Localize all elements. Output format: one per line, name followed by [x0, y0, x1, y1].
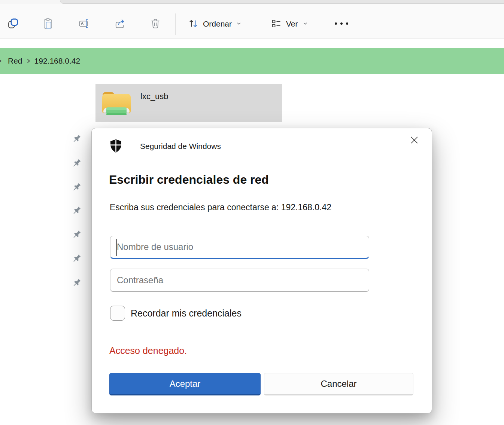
view-icon — [271, 18, 282, 30]
copy-icon — [7, 18, 19, 31]
remember-credentials-label: Recordar mis credenciales — [131, 308, 242, 319]
pin-icon[interactable] — [72, 206, 82, 216]
view-dropdown-button[interactable]: Ver — [266, 15, 313, 33]
pin-icon[interactable] — [72, 134, 82, 144]
rename-button[interactable] — [76, 16, 92, 32]
text-caret — [116, 239, 117, 256]
ok-button[interactable]: Aceptar — [109, 373, 261, 395]
pin-icon[interactable] — [72, 182, 82, 192]
file-name-label: lxc_usb — [140, 92, 168, 101]
error-message: Acceso denegado. — [109, 345, 187, 356]
folder-usb-icon — [100, 87, 133, 118]
chevron-down-icon — [236, 21, 242, 27]
share-icon — [114, 18, 126, 31]
close-icon — [409, 135, 419, 146]
close-button[interactable] — [406, 132, 423, 149]
share-button[interactable] — [112, 16, 128, 32]
paste-icon — [42, 18, 54, 31]
sort-dropdown-button[interactable]: Ordenar — [183, 15, 247, 33]
rename-icon — [78, 18, 90, 31]
windows-security-dialog: Seguridad de Windows Escribir credencial… — [91, 128, 432, 413]
sidebar-divider — [83, 78, 83, 425]
paste-button[interactable] — [40, 16, 56, 32]
pin-icon[interactable] — [72, 230, 82, 240]
pin-icon[interactable] — [72, 278, 82, 288]
tab-remnant — [60, 0, 504, 4]
chevron-right-icon — [0, 58, 3, 64]
sort-icon — [188, 18, 198, 30]
breadcrumb-item-red[interactable]: Red — [8, 56, 22, 65]
sidebar-section-divider — [0, 115, 77, 115]
breadcrumb-item-host[interactable]: 192.168.0.42 — [34, 56, 81, 65]
toolbar-separator — [175, 13, 176, 35]
chevron-down-icon — [303, 21, 308, 27]
chevron-right-icon — [26, 58, 31, 64]
pin-icon[interactable] — [72, 254, 82, 264]
view-label: Ver — [286, 19, 298, 28]
windows-security-shield-icon — [110, 139, 121, 153]
sort-label: Ordenar — [203, 19, 232, 28]
explorer-toolbar: Ordenar Ver — [0, 4, 504, 39]
remember-credentials-checkbox[interactable] — [110, 306, 125, 321]
ellipsis-icon — [334, 21, 349, 27]
copy-button[interactable] — [5, 16, 21, 32]
toolbar-separator — [324, 13, 324, 35]
password-input[interactable] — [110, 269, 369, 292]
dialog-title: Escribir credenciales de red — [109, 173, 269, 187]
pin-icon[interactable] — [72, 158, 82, 168]
cancel-button[interactable]: Cancelar — [264, 373, 413, 395]
username-input[interactable] — [110, 236, 369, 259]
tab-strip — [0, 0, 504, 4]
dialog-app-title: Seguridad de Windows — [140, 142, 221, 151]
more-options-button[interactable] — [331, 19, 352, 29]
delete-button[interactable] — [147, 16, 164, 32]
file-row-lxc-usb[interactable]: lxc_usb — [95, 84, 282, 122]
address-bar[interactable]: Red 192.168.0.42 — [0, 48, 504, 74]
dialog-subtitle: Escriba sus credenciales para conectarse… — [110, 202, 331, 212]
trash-icon — [149, 18, 161, 31]
